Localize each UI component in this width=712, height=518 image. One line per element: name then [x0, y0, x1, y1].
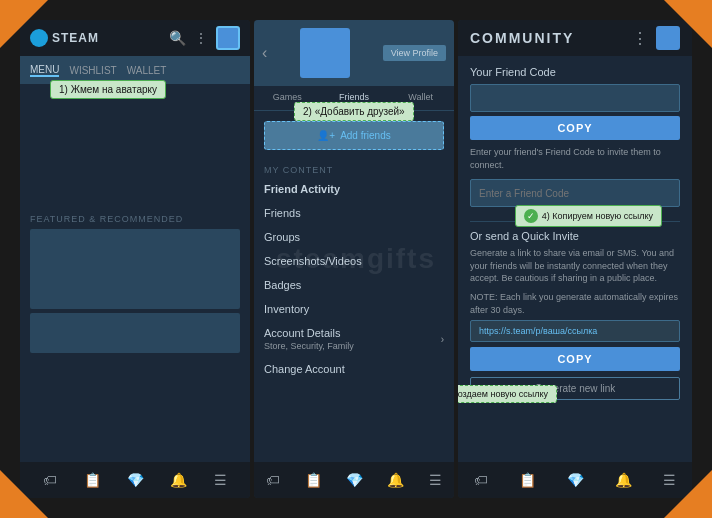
enter-friend-code-input[interactable] [470, 179, 680, 207]
view-profile-button[interactable]: View Profile [383, 45, 446, 61]
menu-item-label: Inventory [264, 303, 309, 315]
menu-item-badges[interactable]: Badges [254, 273, 454, 297]
bottom-bar-right: 🏷 📋 💎 🔔 ☰ [458, 462, 692, 498]
profile-avatar [300, 28, 350, 78]
add-friends-button[interactable]: 👤+ Add friends [264, 121, 444, 150]
community-avatar [656, 26, 680, 50]
profile-header: ‹ View Profile [254, 20, 454, 86]
gem-icon[interactable]: 💎 [127, 472, 144, 488]
arrow-icon: › [441, 334, 444, 345]
community-header-right: ⋮ [632, 26, 680, 50]
bottom-bar-left: 🏷 📋 💎 🔔 ☰ [20, 462, 250, 498]
copy-invite-link-button[interactable]: COPY [470, 347, 680, 371]
tag-icon[interactable]: 🏷 [43, 472, 57, 488]
gem-icon-mid[interactable]: 💎 [346, 472, 363, 488]
back-arrow-icon[interactable]: ‹ [262, 44, 267, 62]
my-content-label: MY CONTENT [254, 160, 454, 177]
friend-code-hint: Enter your friend's Friend Code to invit… [470, 146, 680, 171]
menu-item-label: Groups [264, 231, 300, 243]
steam-logo: STEAM [30, 29, 99, 47]
annotation-3: 3) Создаем новую ссылку [458, 385, 557, 403]
add-friends-label: Add friends [340, 130, 391, 141]
menu-item-label: Friends [264, 207, 301, 219]
featured-label: FEATURED & RECOMMENDED [30, 214, 240, 224]
menu-item-groups[interactable]: Groups [254, 225, 454, 249]
bell-icon-mid[interactable]: 🔔 [387, 472, 404, 488]
menu-icon[interactable]: ⋮ [194, 30, 208, 46]
library-icon-mid[interactable]: 📋 [305, 472, 322, 488]
menu-item-friend-activity[interactable]: Friend Activity [254, 177, 454, 201]
community-menu-icon[interactable]: ⋮ [632, 29, 648, 48]
main-container: STEAM 🔍 ⋮ MENU WISHLIST WALLET 1) Жмем н… [20, 20, 692, 498]
quick-invite-desc: Generate a link to share via email or SM… [470, 247, 680, 285]
left-panel-steam-client: STEAM 🔍 ⋮ MENU WISHLIST WALLET 1) Жмем н… [20, 20, 250, 498]
search-icon[interactable]: 🔍 [169, 30, 186, 46]
annotation-4-text: 4) Копируем новую ссылку [542, 211, 653, 221]
bell-icon-right[interactable]: 🔔 [615, 472, 632, 488]
library-icon[interactable]: 📋 [84, 472, 101, 488]
middle-panel-profile: ‹ View Profile 2) «Добавить друзей» Game… [254, 20, 454, 498]
bottom-bar-mid: 🏷 📋 💎 🔔 ☰ [254, 462, 454, 498]
check-icon: ✓ [524, 209, 538, 223]
library-icon-right[interactable]: 📋 [519, 472, 536, 488]
bell-icon[interactable]: 🔔 [170, 472, 187, 488]
menu-item-account[interactable]: Account DetailsStore, Security, Family › [254, 321, 454, 357]
invite-link-box: https://s.team/p/ваша/ссылка [470, 320, 680, 342]
steam-icon [30, 29, 48, 47]
menu-item-label: Change Account [264, 363, 345, 375]
annotation-4: ✓ 4) Копируем новую ссылку [515, 205, 662, 227]
featured-image [30, 229, 240, 309]
menu-item-screenshots[interactable]: Screenshots/Videos [254, 249, 454, 273]
featured-image-2 [30, 313, 240, 353]
nav-menu[interactable]: MENU [30, 64, 59, 77]
steam-text: STEAM [52, 31, 99, 45]
tag-icon-mid[interactable]: 🏷 [266, 472, 280, 488]
friend-code-input[interactable] [470, 84, 680, 112]
menu-icon-right[interactable]: ☰ [663, 472, 676, 488]
left-content: FEATURED & RECOMMENDED [20, 84, 250, 363]
add-friends-icon: 👤+ [317, 130, 335, 141]
nav-wallet[interactable]: WALLET [127, 65, 167, 76]
annotation-2: 2) «Добавить друзей» [294, 102, 414, 121]
right-panel-community: COMMUNITY ⋮ Your Friend Code COPY Enter … [458, 20, 692, 498]
friend-code-title: Your Friend Code [470, 66, 680, 78]
tag-icon-right[interactable]: 🏷 [474, 472, 488, 488]
community-title: COMMUNITY [470, 30, 574, 46]
community-header: COMMUNITY ⋮ [458, 20, 692, 56]
menu-item-label: Screenshots/Videos [264, 255, 362, 267]
menu-icon-mid[interactable]: ☰ [429, 472, 442, 488]
gem-icon-right[interactable]: 💎 [567, 472, 584, 488]
menu-item-friends[interactable]: Friends [254, 201, 454, 225]
menu-item-label: Account DetailsStore, Security, Family [264, 327, 354, 351]
copy-friend-code-button[interactable]: COPY [470, 116, 680, 140]
annotation-1: 1) Жмем на аватарку [50, 80, 166, 99]
quick-invite-title: Or send a Quick Invite [470, 230, 680, 242]
quick-invite-note: NOTE: Each link you generate automatical… [470, 291, 680, 316]
menu-item-inventory[interactable]: Inventory [254, 297, 454, 321]
steam-header: STEAM 🔍 ⋮ [20, 20, 250, 56]
menu-item-label: Friend Activity [264, 183, 340, 195]
friends-content: Your Friend Code COPY Enter your friend'… [458, 56, 692, 410]
menu-item-label: Badges [264, 279, 301, 291]
avatar[interactable] [216, 26, 240, 50]
menu-bottom-icon[interactable]: ☰ [214, 472, 227, 488]
menu-item-change-account[interactable]: Change Account [254, 357, 454, 381]
header-icons: 🔍 ⋮ [169, 26, 240, 50]
nav-wishlist[interactable]: WISHLIST [69, 65, 116, 76]
